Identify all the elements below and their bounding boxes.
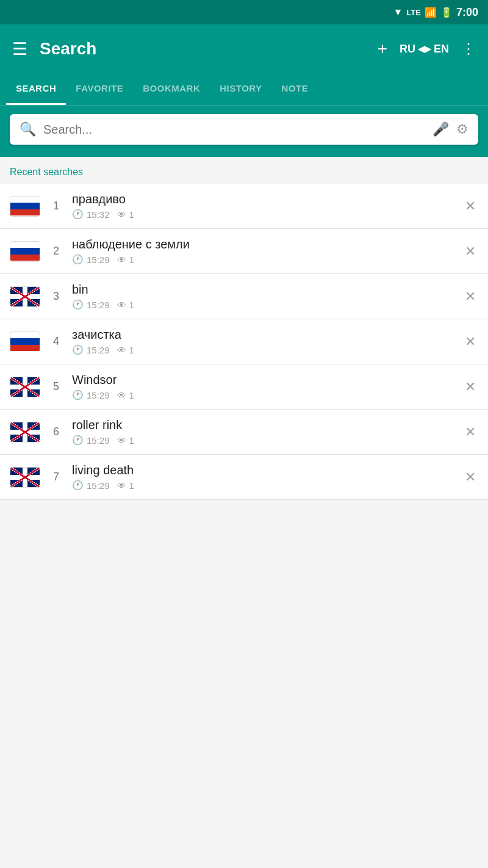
battery-icon: 🔋	[440, 7, 453, 18]
lang-from: RU	[400, 43, 415, 56]
list-item[interactable]: 3 bin 🕐 15:29 👁 1 ✕	[0, 274, 488, 319]
item-content: зачистка 🕐 15:29 👁 1	[72, 328, 453, 355]
list-item[interactable]: 5 Windsor 🕐 15:29 👁 1 ✕	[0, 364, 488, 410]
flag-icon-gb	[10, 467, 40, 488]
clock-icon: 🕐	[72, 389, 84, 400]
tab-bookmark[interactable]: BOOKMARK	[133, 73, 210, 105]
remove-button[interactable]: ✕	[462, 286, 478, 307]
item-content: living death 🕐 15:29 👁 1	[72, 463, 453, 491]
item-views: 1	[129, 209, 134, 220]
add-icon[interactable]: +	[378, 39, 387, 59]
item-time: 15:29	[87, 390, 110, 400]
item-number: 5	[50, 380, 62, 393]
eye-icon: 👁	[117, 435, 126, 446]
tab-search[interactable]: SEARCH	[6, 73, 66, 105]
language-switcher[interactable]: RU ◀▶ EN	[400, 43, 449, 56]
status-bar: ▼ LTE 📶 🔋 7:00	[0, 0, 488, 24]
status-time: 7:00	[456, 6, 478, 19]
item-views-group: 👁 1	[117, 435, 134, 446]
item-views-group: 👁 1	[117, 255, 134, 265]
lang-arrow-icon: ◀▶	[418, 44, 431, 54]
remove-button[interactable]: ✕	[462, 377, 478, 397]
lang-to: EN	[434, 43, 449, 56]
item-content: bin 🕐 15:29 👁 1	[72, 283, 453, 310]
recent-searches-list: 1 правдиво 🕐 15:32 👁 1 ✕ 2 наблюдение с …	[0, 184, 488, 500]
item-time: 15:29	[87, 255, 110, 265]
item-content: Windsor 🕐 15:29 👁 1	[72, 373, 453, 400]
item-word: зачистка	[72, 328, 453, 342]
item-word: Windsor	[72, 373, 453, 387]
microphone-icon[interactable]: 🎤	[432, 121, 449, 137]
item-views: 1	[129, 435, 134, 446]
remove-button[interactable]: ✕	[462, 196, 478, 217]
signal-icon: 📶	[425, 7, 437, 18]
item-time-group: 🕐 15:32	[72, 209, 110, 220]
item-meta: 🕐 15:32 👁 1	[72, 209, 453, 220]
remove-button[interactable]: ✕	[462, 241, 478, 262]
status-icons: ▼ LTE 📶 🔋 7:00	[393, 6, 478, 19]
more-options-icon[interactable]: ⋮	[461, 40, 476, 57]
clock-icon: 🕐	[72, 299, 84, 310]
remove-button[interactable]: ✕	[462, 331, 478, 352]
item-content: правдиво 🕐 15:32 👁 1	[72, 192, 453, 220]
item-word: наблюдение с земли	[72, 237, 453, 251]
item-time-group: 🕐 15:29	[72, 344, 110, 355]
item-meta: 🕐 15:29 👁 1	[72, 299, 453, 310]
item-number: 7	[50, 471, 62, 483]
item-number: 4	[50, 335, 62, 348]
item-time: 15:32	[87, 209, 110, 220]
search-area: 🔍 🎤 ⚙	[0, 106, 488, 157]
eye-icon: 👁	[117, 209, 126, 220]
item-content: наблюдение с земли 🕐 15:29 👁 1	[72, 237, 453, 265]
list-item[interactable]: 2 наблюдение с земли 🕐 15:29 👁 1 ✕	[0, 229, 488, 274]
list-item[interactable]: 6 roller rink 🕐 15:29 👁 1 ✕	[0, 410, 488, 455]
item-meta: 🕐 15:29 👁 1	[72, 254, 453, 265]
item-time: 15:29	[87, 345, 110, 355]
app-bar: ☰ Search + RU ◀▶ EN ⋮	[0, 24, 488, 73]
item-views-group: 👁 1	[117, 480, 134, 491]
item-views-group: 👁 1	[117, 345, 134, 355]
hamburger-icon[interactable]: ☰	[12, 39, 27, 59]
app-bar-actions: + RU ◀▶ EN ⋮	[378, 39, 476, 59]
remove-button[interactable]: ✕	[462, 422, 478, 443]
clock-icon: 🕐	[72, 344, 84, 355]
eye-icon: 👁	[117, 480, 126, 491]
eye-icon: 👁	[117, 255, 126, 265]
item-time-group: 🕐 15:29	[72, 254, 110, 265]
item-time-group: 🕐 15:29	[72, 435, 110, 446]
list-item[interactable]: 7 living death 🕐 15:29 👁 1 ✕	[0, 455, 488, 500]
item-views-group: 👁 1	[117, 209, 134, 220]
flag-icon-ru	[10, 241, 40, 262]
item-views: 1	[129, 300, 134, 310]
item-meta: 🕐 15:29 👁 1	[72, 344, 453, 355]
item-meta: 🕐 15:29 👁 1	[72, 480, 453, 491]
item-views: 1	[129, 480, 134, 491]
item-word: правдиво	[72, 192, 453, 206]
item-time-group: 🕐 15:29	[72, 480, 110, 491]
item-word: living death	[72, 463, 453, 477]
tab-favorite[interactable]: FAVORITE	[66, 73, 133, 105]
flag-icon-ru	[10, 331, 40, 352]
item-views: 1	[129, 390, 134, 400]
flag-icon-gb	[10, 286, 40, 307]
search-settings-icon[interactable]: ⚙	[456, 121, 468, 137]
tab-history[interactable]: HISTORY	[210, 73, 271, 105]
search-box: 🔍 🎤 ⚙	[10, 114, 478, 145]
tab-bar: SEARCH FAVORITE BOOKMARK HISTORY NOTE	[0, 73, 488, 106]
eye-icon: 👁	[117, 300, 126, 310]
wifi-icon: ▼	[393, 7, 403, 18]
clock-icon: 🕐	[72, 435, 84, 446]
flag-icon-ru	[10, 196, 40, 217]
search-input[interactable]	[43, 123, 425, 137]
tab-note[interactable]: NOTE	[272, 73, 318, 105]
item-content: roller rink 🕐 15:29 👁 1	[72, 418, 453, 446]
list-item[interactable]: 4 зачистка 🕐 15:29 👁 1 ✕	[0, 319, 488, 364]
item-meta: 🕐 15:29 👁 1	[72, 389, 453, 400]
item-time: 15:29	[87, 435, 110, 446]
remove-button[interactable]: ✕	[462, 467, 478, 488]
item-number: 1	[50, 200, 62, 212]
list-item[interactable]: 1 правдиво 🕐 15:32 👁 1 ✕	[0, 184, 488, 229]
clock-icon: 🕐	[72, 254, 84, 265]
flag-icon-gb	[10, 422, 40, 443]
clock-icon: 🕐	[72, 209, 84, 220]
